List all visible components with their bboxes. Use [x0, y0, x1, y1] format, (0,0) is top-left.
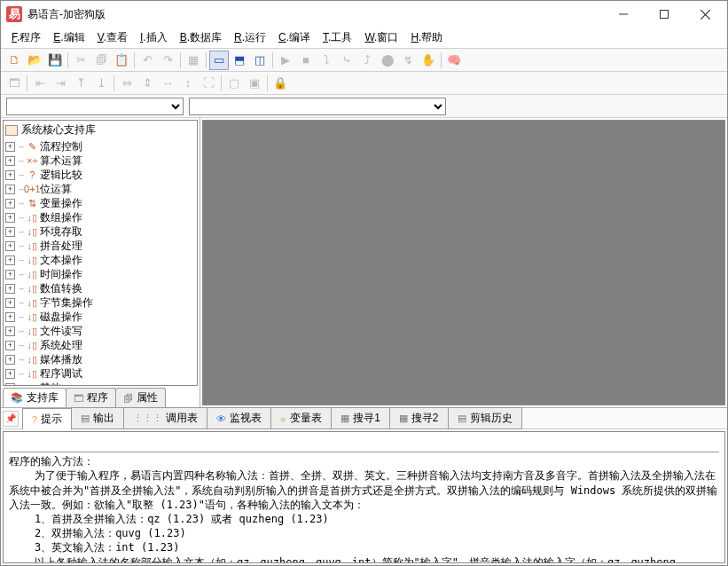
tree-item[interactable]: +···↓▯数值转换 — [4, 281, 197, 295]
open-file-icon[interactable]: 📂 — [25, 51, 44, 70]
view-split-v-icon[interactable]: ◫ — [250, 51, 270, 70]
expand-icon[interactable]: + — [5, 341, 15, 350]
step-over-icon[interactable]: ⤵ — [317, 51, 336, 70]
step-out-icon[interactable]: ⤴ — [357, 51, 377, 70]
menu-w[interactable]: W.窗口 — [359, 28, 403, 47]
tree-item[interactable]: +···↓▯拼音处理 — [4, 239, 197, 253]
bottom-tab-2[interactable]: ⋮⋮⋮调用表 — [123, 407, 207, 429]
tree-item[interactable]: +···0+1位运算 — [4, 182, 197, 196]
expand-icon[interactable]: + — [5, 312, 15, 322]
expand-icon[interactable]: + — [5, 383, 15, 387]
tree-root[interactable]: 系统核心支持库 — [4, 121, 197, 139]
expand-icon[interactable]: + — [5, 156, 15, 166]
trace-icon[interactable]: ↯ — [398, 51, 418, 70]
object-combo[interactable] — [6, 98, 184, 115]
cut-icon[interactable]: ✂ — [71, 51, 90, 70]
center-h-icon[interactable]: ⇔ — [117, 74, 137, 93]
form-icon[interactable]: 🗔 — [4, 74, 24, 93]
expand-icon[interactable]: + — [5, 369, 15, 379]
expand-icon[interactable]: + — [5, 284, 15, 294]
expand-icon[interactable]: + — [5, 170, 15, 180]
tree-item[interactable]: +···✎流程控制 — [4, 139, 197, 153]
new-file-icon[interactable]: 🗋 — [4, 51, 24, 70]
align-right-icon[interactable]: ⇥ — [51, 74, 70, 93]
event-combo[interactable] — [189, 98, 446, 115]
same-height-icon[interactable]: ↕ — [178, 74, 198, 93]
tree-item[interactable]: +···↓▯程序调试 — [4, 366, 197, 381]
bring-front-icon[interactable]: ▢ — [224, 74, 244, 93]
save-file-icon[interactable]: 💾 — [45, 51, 65, 70]
bottom-tab-5[interactable]: ▦搜寻1 — [331, 407, 390, 429]
expand-icon[interactable]: + — [5, 255, 15, 265]
tree-item[interactable]: +···↓▯环境存取 — [4, 224, 197, 239]
editor-area[interactable] — [202, 120, 725, 405]
hand-icon[interactable]: ✋ — [419, 51, 438, 70]
tree-item[interactable]: +···×÷算术运算 — [4, 153, 197, 168]
maximize-button[interactable] — [644, 1, 685, 28]
view-standard-icon[interactable]: ▭ — [209, 51, 229, 70]
tree-item[interactable]: +···↓▯磁盘操作 — [4, 310, 197, 324]
bottom-tab-4[interactable]: ⟐变量表 — [270, 407, 332, 429]
bottom-tab-1[interactable]: ▤输出 — [71, 407, 124, 429]
menu-h[interactable]: H.帮助 — [405, 28, 448, 47]
side-tab-0[interactable]: 📚支持库 — [3, 388, 67, 407]
minimize-button[interactable] — [603, 1, 644, 28]
pin-icon[interactable]: 📌 — [3, 411, 19, 427]
expand-icon[interactable]: + — [5, 199, 15, 208]
step-into-icon[interactable]: ⤷ — [337, 51, 356, 70]
side-tab-1[interactable]: 🗔程序 — [66, 388, 116, 407]
expand-icon[interactable]: + — [5, 326, 15, 336]
undo-icon[interactable]: ↶ — [137, 51, 157, 70]
expand-icon[interactable]: + — [5, 355, 15, 365]
expand-icon[interactable]: + — [5, 241, 15, 251]
menu-t[interactable]: T.工具 — [317, 28, 357, 47]
paste-icon[interactable]: 📋 — [112, 51, 131, 70]
tree-item[interactable]: +···↓▯数组操作 — [4, 210, 197, 224]
align-left-icon[interactable]: ⇤ — [30, 74, 50, 93]
menu-i[interactable]: I.插入 — [135, 28, 173, 47]
find-icon[interactable]: ▦ — [184, 51, 203, 70]
tree-item[interactable]: +···⇅变量操作 — [4, 196, 197, 210]
expand-icon[interactable]: + — [5, 185, 15, 194]
side-tab-2[interactable]: 🗐属性 — [115, 388, 166, 407]
stop-icon[interactable]: ■ — [296, 51, 316, 70]
knowledge-icon[interactable]: 🧠 — [444, 51, 464, 70]
tree-item[interactable]: +···?逻辑比较 — [4, 168, 197, 182]
copy-icon[interactable]: 🗐 — [91, 51, 111, 70]
tree-item[interactable]: +···↓▯媒体播放 — [4, 352, 197, 366]
tree-item[interactable]: +···↓▯文件读写 — [4, 324, 197, 338]
tree-item[interactable]: +···↓▯其他 — [4, 381, 197, 386]
align-bottom-icon[interactable]: ⤓ — [91, 74, 111, 93]
tree-item[interactable]: +···↓▯时间操作 — [4, 267, 197, 281]
expand-icon[interactable]: + — [5, 227, 15, 237]
view-split-h-icon[interactable]: ⬒ — [230, 51, 249, 70]
hint-content[interactable]: 程序的输入方法： 为了便于输入程序，易语言内置四种名称输入法：首拼、全拼、双拼、… — [3, 431, 725, 563]
same-size-icon[interactable]: ⛶ — [199, 74, 218, 93]
tree-item[interactable]: +···↓▯系统处理 — [4, 338, 197, 352]
menu-b[interactable]: B.数据库 — [175, 28, 227, 47]
menu-r[interactable]: R.运行 — [229, 28, 271, 47]
expand-icon[interactable]: + — [5, 298, 15, 308]
bottom-tab-3[interactable]: 👁监视表 — [207, 407, 271, 429]
bottom-tab-7[interactable]: ▤剪辑历史 — [448, 407, 522, 429]
expand-icon[interactable]: + — [5, 270, 15, 279]
library-tree[interactable]: 系统核心支持库 +···✎流程控制+···×÷算术运算+···?逻辑比较+···… — [3, 120, 198, 386]
bottom-tab-6[interactable]: ▦搜寻2 — [389, 407, 449, 429]
breakpoint-icon[interactable]: ⬤ — [378, 51, 397, 70]
redo-icon[interactable]: ↷ — [158, 51, 177, 70]
align-top-icon[interactable]: ⤒ — [71, 74, 90, 93]
run-icon[interactable]: ▶ — [276, 51, 295, 70]
send-back-icon[interactable]: ▣ — [245, 74, 264, 93]
expand-icon[interactable]: + — [5, 142, 15, 152]
lock-icon[interactable]: 🔒 — [270, 74, 290, 93]
menu-v[interactable]: V.查看 — [92, 28, 133, 47]
close-button[interactable] — [685, 1, 725, 28]
tree-item[interactable]: +···↓▯文本操作 — [4, 253, 197, 267]
menu-e[interactable]: E.编辑 — [48, 28, 90, 47]
menu-f[interactable]: F.程序 — [6, 28, 46, 47]
expand-icon[interactable]: + — [5, 213, 15, 223]
menu-c[interactable]: C.编译 — [273, 28, 316, 47]
center-v-icon[interactable]: ⇕ — [137, 74, 157, 93]
tree-item[interactable]: +···↓▯字节集操作 — [4, 295, 197, 310]
same-width-icon[interactable]: ↔ — [158, 74, 177, 93]
